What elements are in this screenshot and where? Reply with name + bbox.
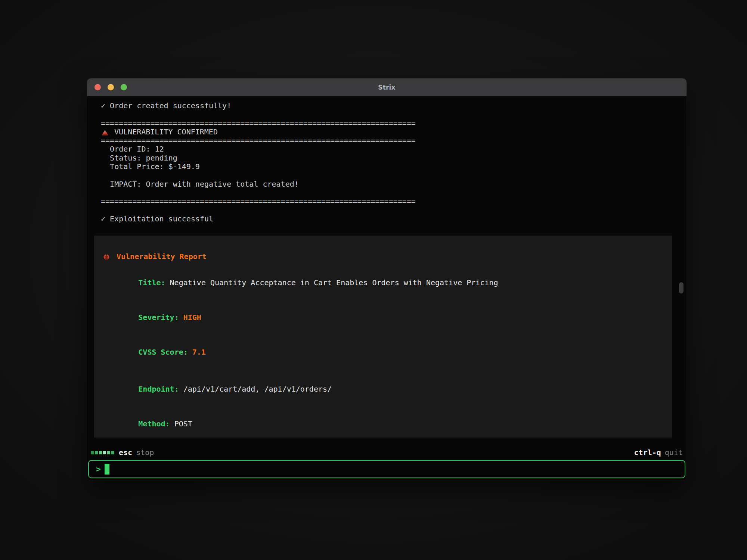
order-success-line: ✓ Order created successfully! xyxy=(101,102,686,110)
titlebar[interactable]: Strix xyxy=(87,78,686,96)
total-price-line: Total Price: $-149.9 xyxy=(101,162,686,171)
prompt-chevron: > xyxy=(96,465,101,474)
command-input[interactable]: > xyxy=(88,460,685,478)
field-endpoint: Endpoint:/api/v1/cart/add, /api/v1/order… xyxy=(102,376,664,402)
field-title: Title:Negative Quantity Acceptance in Ca… xyxy=(102,270,664,296)
status-bar: esc stop ctrl-q quit xyxy=(87,446,686,459)
field-cvss-score: CVSS Score:7.1 xyxy=(102,339,664,365)
order-id-line: Order ID: 12 xyxy=(101,145,686,153)
terminal-scroll-region[interactable]: ✓ Order created successfully! ==========… xyxy=(87,96,686,446)
separator-line: ========================================… xyxy=(101,136,686,145)
separator-line: ========================================… xyxy=(101,197,686,206)
separator-line: ========================================… xyxy=(101,119,686,128)
app-window: Strix ✓ Order created successfully! ====… xyxy=(87,78,686,480)
report-title: Vulnerability Report xyxy=(117,252,207,261)
exploitation-success-line: ✓ Exploitation successful xyxy=(101,215,686,223)
cvss-score-value: 7.1 xyxy=(192,348,206,357)
input-area: > xyxy=(87,459,686,480)
vulnerability-confirmed-text: VULNERABILITY CONFIRMED xyxy=(114,128,218,136)
impact-line: IMPACT: Order with negative total create… xyxy=(101,180,686,189)
activity-spinner xyxy=(91,451,114,454)
window-title: Strix xyxy=(87,84,686,91)
report-heading-row: Vulnerability Report xyxy=(102,252,664,261)
field-severity: Severity:HIGH xyxy=(102,305,664,331)
status-line: Status: pending xyxy=(101,154,686,162)
vulnerability-report-panel: Vulnerability Report Title:Negative Quan… xyxy=(94,236,672,438)
field-method: Method:POST xyxy=(102,411,664,437)
esc-stop-hint[interactable]: esc stop xyxy=(119,448,154,457)
text-cursor xyxy=(105,464,109,475)
vulnerability-confirmed-row: VULNERABILITY CONFIRMED xyxy=(101,128,686,136)
bug-icon xyxy=(102,252,111,261)
scrollbar-thumb[interactable] xyxy=(679,282,684,293)
ctrl-q-quit-hint[interactable]: ctrl-q quit xyxy=(634,448,683,457)
severity-badge: HIGH xyxy=(183,313,201,322)
siren-icon xyxy=(101,128,109,136)
